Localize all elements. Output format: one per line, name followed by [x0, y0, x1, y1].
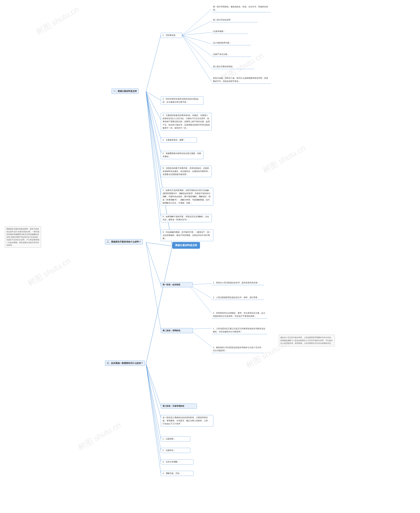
- svg-line-3: [146, 35, 161, 91]
- svg-line-16: [182, 35, 212, 56]
- svg-line-28: [146, 364, 161, 439]
- svg-line-11: [146, 91, 161, 234]
- leaf-reason: 把你们结婚，何时生小孩，因为什么原因离婚等情况写明，诉状最好打印，但是必须亲手签…: [212, 76, 274, 84]
- leaf-phase1-3: 3、经审查若符合法律规定、要求，作出受理决定立案，反之则退回原告文件及材料，并告…: [212, 311, 267, 319]
- svg-line-12: [182, 9, 212, 35]
- node-judgment-final: 4、调解无效、判决。: [161, 471, 194, 476]
- svg-line-13: [182, 21, 212, 35]
- svg-line-14: [182, 32, 212, 35]
- leaf-phase1-2: 2、人民法院接受原告递交的文件、材料，进行审查；: [212, 295, 264, 300]
- level1-node-b: 二、离婚原告开庭前准备什么材料？: [105, 239, 143, 245]
- svg-line-18: [182, 35, 212, 82]
- mind-map-container: 离婚原告开庭前准备的材料：原告方的身份证原件,双方夫妻关系的证明，一般可提供结婚…: [0, 0, 420, 513]
- leaf-phase2-1: 1、人民法院决定立案之日起五日内将原告的起诉书副本送达被告，并告知被告作出书面答…: [212, 327, 267, 334]
- svg-line-5: [146, 91, 161, 120]
- node-submit-docs: 3、立案的时候递交民事诉状2份，结婚证、夫妻两人的身份证(至少上自己的)、小孩的…: [161, 113, 212, 131]
- node-review-fee: 4、立案庭审查后，缴费；: [161, 137, 197, 142]
- svg-line-10: [146, 91, 161, 216]
- leaf-part1: 第一部分写明原告、被告的姓名、性别、出生年月、民族和住所地；: [212, 5, 274, 12]
- svg-line-26: [146, 364, 161, 406]
- svg-line-2: [146, 246, 172, 364]
- root-node: 离婚立案材料是怎样: [172, 242, 200, 249]
- connector-lines: [0, 0, 420, 513]
- node-judge-mediation: 3、法官主持调解；: [161, 459, 194, 464]
- svg-line-15: [182, 35, 212, 44]
- svg-line-17: [182, 35, 212, 68]
- svg-line-8: [146, 91, 161, 171]
- svg-line-31: [146, 364, 161, 473]
- svg-line-19: [146, 243, 161, 285]
- leaf-phase2-2: 2、被告收到人民法院送达的起诉书副本之日起十五日内作出书面答辩；: [212, 345, 264, 353]
- node-file-court: 2、到住所地所在基层法院(区或县法院)起诉，在立案庭办理立案手续；: [161, 97, 203, 105]
- svg-line-6: [146, 91, 161, 139]
- svg-line-23: [189, 285, 212, 313]
- level1-node-a: 一、离婚立案材料是怎样: [112, 89, 139, 94]
- node-submit-receipt: 5、将缴费票据与材料交给法院立案庭，回家等通知；: [161, 151, 203, 159]
- svg-line-1: [146, 243, 172, 246]
- svg-line-30: [146, 364, 161, 462]
- node-phase1-label: 第一阶段：起诉前段: [161, 282, 193, 287]
- leaf-req2: (2)小孩的抚养问题；: [212, 41, 251, 45]
- leaf-phase1-1: 1、原告向人民法院递交起诉书、副本及相关的证据；: [212, 281, 264, 285]
- leaf-part2: 第二部分写诉讼请求: [212, 18, 258, 22]
- node-court-investigation: 1、法庭调查；: [161, 436, 190, 441]
- node-judgment: 8、如果调解不成则开庭，开庭后还无法调解的，法会判决，最终发《民事判决书》；: [161, 214, 212, 222]
- svg-line-29: [146, 364, 161, 450]
- leaf-part3: 第三部分写事实和理由: [212, 65, 254, 69]
- node-write-petition: 1、写民事诉状: [161, 33, 182, 38]
- node-court-debate: 2、法庭辩论；: [161, 448, 190, 453]
- node-phase2-label: 第二阶段：答辩阶段: [161, 328, 193, 333]
- sidebar-note: 离婚原告开庭前准备的材料：原告方的身份证原件,双方夫妻关系的证明，一般可提供结婚…: [5, 226, 41, 248]
- node-phase3-desc: 这一阶段进入离婚诉讼的实质性阶段，主要是审查证据、查明案情、分清是非、确认当事人…: [161, 415, 213, 427]
- node-verdict: 9、判决婚姻判离婚，也可能判不离，一般情况下，第一次起诉离婚的，被告不同意离婚，…: [161, 230, 213, 241]
- node-mediation: 7、如果对方也同意离婚，法院可能给你们双方去做解(我同民事案件中，调解是必经程序…: [161, 188, 213, 206]
- svg-line-7: [146, 91, 161, 153]
- note-aside: 被告在十五日内不提出答辩，人民法院照常审理案件并作出判决。 如果被告确因个人意志…: [279, 335, 335, 346]
- svg-line-20: [146, 243, 161, 329]
- node-phase3-label: 第三阶段：开庭审理阶段: [161, 404, 197, 409]
- svg-line-9: [146, 91, 161, 194]
- svg-line-27: [146, 364, 161, 417]
- leaf-req3: (3)财产依法分散；: [212, 52, 251, 57]
- node-court-schedule: 6、法院给你的案子排期开庭，并将诉状副本，证据及其他材料送达被告，送达被告后，会…: [161, 166, 212, 177]
- leaf-req1: (1)请求离婚；: [212, 29, 248, 34]
- svg-line-4: [146, 91, 161, 100]
- level1-node-c: 三、起诉离婚一般需要经历什么阶段？: [105, 361, 145, 366]
